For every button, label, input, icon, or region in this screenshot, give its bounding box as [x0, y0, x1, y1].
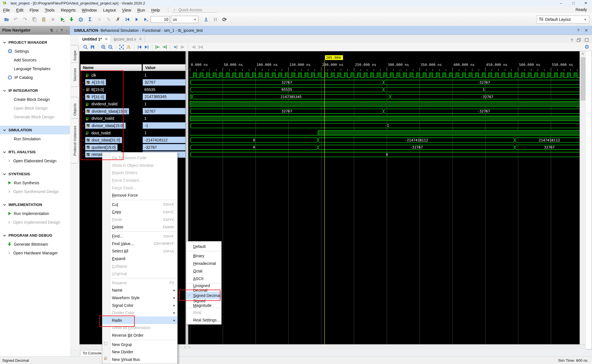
cancel-icon[interactable]: ×	[95, 15, 104, 24]
expand-icon[interactable]: ›	[81, 124, 85, 128]
waveform-plot[interactable]: 0.000 ns50.000 ns100.000 ns150.000 ns200…	[188, 51, 586, 344]
menu-item-show-as-enumeration[interactable]: Show as Enumeration	[102, 324, 177, 332]
flownav-item-generate-block-design[interactable]: Generate Block Design	[0, 112, 70, 121]
menu-item-paste[interactable]: PasteCtrl+V	[102, 216, 177, 223]
menu-item-report-drivers[interactable]: Report Drivers	[102, 169, 177, 177]
float-window-icon[interactable]	[577, 38, 581, 43]
side-tab-sources[interactable]: Sources	[71, 63, 79, 87]
menu-window[interactable]: Window	[79, 7, 100, 13]
help-icon[interactable]: ?	[61, 28, 63, 32]
swap-left-icon[interactable]	[180, 45, 185, 50]
flownav-item-language-templates[interactable]: Language Templates	[0, 64, 70, 73]
run-for-time-icon[interactable]: (T)	[141, 15, 151, 24]
go-to-time-icon[interactable]	[126, 45, 131, 50]
menu-run[interactable]: Run	[134, 7, 148, 13]
pause-icon[interactable]	[211, 15, 220, 24]
undo-icon[interactable]: ↶	[11, 15, 20, 24]
flownav-item-run-simulation[interactable]: Run Simulation	[0, 134, 70, 143]
menu-view[interactable]: View	[119, 7, 134, 13]
menu-item-copy[interactable]: CopyCtrl+C	[102, 208, 177, 216]
search-icon[interactable]	[83, 45, 88, 50]
menu-reports[interactable]: Reports	[58, 7, 79, 13]
flownav-section-simulation[interactable]: SIMULATION	[0, 126, 70, 134]
menu-item-signal-color[interactable]: Signal Color▶	[102, 301, 177, 309]
signal-row[interactable]: ›divisor_tdata[15:0]	[81, 122, 142, 129]
menu-item-force-constant[interactable]: Force Constant...	[102, 177, 177, 184]
paste-icon[interactable]	[39, 15, 48, 24]
maximize-panel-icon[interactable]	[585, 38, 589, 43]
settings-gear-icon[interactable]: ⚙	[76, 15, 85, 24]
maximize-button[interactable]: □	[567, 0, 580, 7]
menu-item-ungroup[interactable]: Ungroup	[102, 270, 177, 278]
expand-icon[interactable]: ›	[81, 145, 85, 149]
flownav-section-synthesis[interactable]: SYNTHESIS	[0, 170, 70, 178]
minimize-panel-icon[interactable]: –	[66, 28, 68, 32]
menu-item-radix[interactable]: Radix▶	[102, 316, 177, 324]
menu-item-delete[interactable]: DeleteDelete	[102, 223, 177, 231]
menu-item-cut[interactable]: CutCtrl+X	[102, 201, 177, 208]
signal-row[interactable]: clk	[81, 72, 142, 79]
flownav-item-run-implementation[interactable]: Run Implementation	[0, 209, 70, 218]
open-recent-icon[interactable]	[2, 15, 11, 24]
add-marker-icon[interactable]	[173, 45, 178, 50]
menu-item-new-group[interactable]: New Group	[102, 341, 177, 348]
signal-row[interactable]: ›P[31:0]	[81, 93, 142, 101]
edit-pencil-icon[interactable]: ✎	[104, 15, 113, 24]
tab-untitled-1-[interactable]: Untitled 1*✕	[79, 35, 111, 43]
signal-row[interactable]: ›A[15:0]	[81, 79, 142, 86]
menu-item-remove-force[interactable]: Remove Force	[102, 192, 177, 199]
menu-item-new-divider[interactable]: New Divider	[102, 348, 177, 356]
run-time-input[interactable]	[151, 16, 170, 23]
run-simulation-icon[interactable]	[58, 15, 67, 24]
menu-item-waveform-style[interactable]: Waveform Style▶	[102, 294, 177, 302]
copy-icon[interactable]	[30, 15, 39, 24]
radix-option-unsigned-decimal[interactable]: Unsigned Decimal	[186, 284, 221, 292]
scroll-left-icon[interactable]: ‹	[187, 345, 192, 349]
expand-icon[interactable]: ›	[81, 88, 85, 92]
flownav-item-ip-catalog[interactable]: IP Catalog	[0, 73, 70, 82]
menu-item-collapse[interactable]: Collapse	[102, 262, 177, 270]
menu-help[interactable]: Help	[148, 7, 163, 13]
flownav-section-implementation[interactable]: IMPLEMENTATION	[0, 200, 70, 209]
signal-row[interactable]: dividend_tvalid	[81, 100, 142, 108]
flownav-item-generate-bitstream[interactable]: Generate Bitstream	[0, 240, 70, 248]
menu-item-divider-color[interactable]: Divider Color▶	[102, 309, 177, 317]
signal-row[interactable]: ›B[15:0]	[81, 86, 142, 93]
vertical-scrollbar[interactable]: ∧	[580, 51, 586, 344]
next-transition-icon[interactable]	[162, 45, 167, 50]
menu-item-expand[interactable]: Expand	[102, 255, 177, 263]
go-to-start-icon[interactable]	[137, 45, 142, 50]
signal-row[interactable]: ›dout_tdata[31:0]	[81, 136, 142, 144]
signal-row[interactable]: divisor_tvalid	[81, 115, 142, 122]
menu-item-reverse-bit-order[interactable]: Reverse Bit Order	[102, 332, 177, 339]
fit-width-icon[interactable]	[198, 45, 203, 50]
zoom-fit-icon[interactable]	[119, 45, 124, 50]
step-icon[interactable]	[201, 15, 211, 24]
flownav-item-open-block-design[interactable]: Open Block Design	[0, 104, 70, 112]
wave-settings-gear-icon[interactable]: ⚙	[584, 44, 589, 50]
scrollbar-thumb[interactable]	[581, 57, 585, 100]
signal-row[interactable]: dout_tvalid	[81, 129, 142, 137]
previous-transition-icon[interactable]	[155, 45, 160, 50]
layout-selector[interactable]: Default Layout ▼	[537, 15, 589, 23]
radix-option-real[interactable]: Real	[186, 308, 221, 316]
scroll-right-icon[interactable]: ›	[183, 345, 187, 349]
expand-icon[interactable]: ›	[81, 138, 85, 142]
flownav-section-ip-integrator[interactable]: IP INTEGRATOR	[0, 86, 70, 95]
flownav-item-open-synthesized-design[interactable]: Open Synthesized Design	[0, 187, 70, 196]
close-icon[interactable]: ✕	[105, 37, 108, 41]
menu-item-select-all[interactable]: Select AllCtrl+A	[102, 247, 177, 255]
signal-row[interactable]: ›quotient[15:0]	[81, 144, 142, 151]
flownav-section-program-and-debug[interactable]: PROGRAM AND DEBUG	[0, 231, 70, 240]
radix-option-default[interactable]: Default	[186, 243, 221, 250]
menu-layout[interactable]: Layout	[100, 7, 119, 13]
menu-item-force-clock[interactable]: Force Clock...	[102, 184, 177, 192]
relaunch-icon[interactable]: ⟳	[220, 15, 229, 24]
report-sigma-icon[interactable]: Σ	[85, 15, 95, 24]
menu-item-name[interactable]: Name▶	[102, 287, 177, 294]
quick-access-input[interactable]: ⌕· Quick Access	[172, 7, 217, 13]
menu-item-find[interactable]: Find...Ctrl+F	[102, 232, 177, 240]
expand-icon[interactable]: ›	[81, 80, 85, 84]
breakpoint-icon[interactable]: ✗	[113, 15, 123, 24]
menu-item-new-virtual-bus[interactable]: New Virtual Bus	[102, 356, 177, 363]
